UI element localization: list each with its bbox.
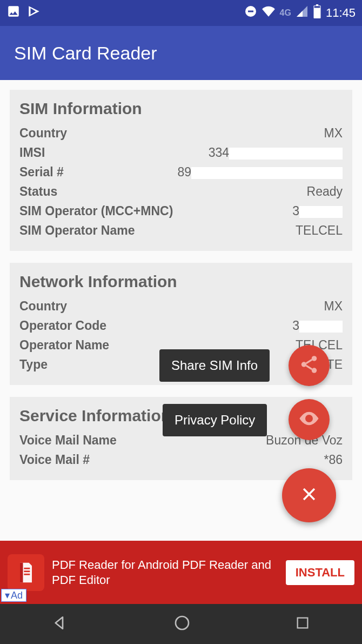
sim-status-label: Status — [19, 182, 57, 201]
net-opcode-label: Operator Code — [19, 316, 106, 335]
home-button[interactable] — [173, 614, 191, 634]
share-tooltip: Share SIM Info — [159, 349, 270, 382]
sim-info-card: SIM Information CountryMX IMSI334 Serial… — [10, 90, 352, 251]
privacy-tooltip: Privacy Policy — [163, 404, 267, 436]
svg-point-5 — [312, 356, 317, 361]
close-icon — [300, 485, 318, 506]
svg-rect-4 — [314, 6, 320, 8]
network-info-heading: Network Information — [19, 273, 343, 291]
chevron-down-icon: ▾ — [5, 589, 10, 601]
privacy-fab[interactable] — [289, 399, 330, 440]
svg-rect-13 — [297, 618, 307, 628]
svg-rect-10 — [24, 570, 30, 572]
net-country-value: MX — [324, 296, 343, 316]
ad-install-button[interactable]: INSTALL — [286, 560, 354, 585]
photos-icon — [6, 4, 21, 22]
net-country-label: Country — [19, 296, 67, 316]
svg-point-8 — [307, 417, 311, 421]
sim-status-value: Ready — [307, 182, 343, 201]
ad-text: PDF Reader for Android PDF Reader and PD… — [52, 557, 278, 588]
sim-mcc-value: 3 — [292, 201, 343, 221]
sim-serial-label: Serial # — [19, 162, 64, 182]
svg-point-12 — [176, 616, 189, 629]
dnd-icon — [244, 5, 257, 21]
ad-tag-label: Ad — [11, 590, 23, 601]
wifi-icon — [262, 4, 276, 22]
sim-opname-value: TELCEL — [296, 221, 343, 240]
svg-rect-11 — [24, 573, 30, 575]
play-store-icon — [27, 4, 41, 22]
share-icon — [299, 354, 319, 377]
ad-tag[interactable]: ▾ Ad — [1, 589, 26, 602]
share-fab[interactable] — [289, 345, 330, 386]
vm-name-label: Voice Mail Name — [19, 430, 117, 450]
vm-num-value: *86 — [324, 450, 343, 469]
back-button[interactable] — [52, 614, 69, 634]
net-type-label: Type — [19, 355, 48, 374]
sim-imsi-value: 334 — [209, 143, 343, 162]
sim-imsi-label: IMSI — [19, 143, 45, 162]
recent-button[interactable] — [295, 615, 310, 633]
4g-label: 4G — [280, 8, 291, 18]
svg-point-7 — [312, 368, 317, 373]
navigation-bar — [0, 604, 362, 644]
battery-icon — [313, 4, 321, 22]
sim-mcc-label: SIM Operator (MCC+MNC) — [19, 201, 173, 221]
svg-rect-3 — [316, 4, 318, 6]
svg-rect-9 — [24, 567, 30, 569]
share-tooltip-label: Share SIM Info — [171, 358, 258, 373]
svg-point-6 — [301, 362, 307, 367]
app-title-bar: SIM Card Reader — [0, 26, 362, 80]
vm-num-label: Voice Mail # — [19, 450, 90, 469]
svg-rect-1 — [248, 11, 253, 12]
close-fab[interactable] — [282, 468, 336, 522]
eye-icon — [298, 407, 320, 432]
sim-info-heading: SIM Information — [19, 99, 343, 118]
ad-banner[interactable]: PDF Reader for Android PDF Reader and PD… — [0, 541, 362, 604]
net-opname-label: Operator Name — [19, 335, 109, 355]
privacy-tooltip-label: Privacy Policy — [175, 413, 255, 427]
status-bar: 4G 11:45 — [0, 0, 362, 26]
app-title: SIM Card Reader — [14, 43, 157, 64]
signal-icon — [296, 5, 309, 21]
sim-country-label: Country — [19, 123, 67, 143]
sim-opname-label: SIM Operator Name — [19, 221, 135, 240]
sim-serial-value: 89 — [177, 162, 343, 182]
ad-app-icon — [8, 554, 44, 591]
net-opcode-value: 3 — [292, 316, 343, 335]
sim-country-value: MX — [324, 123, 343, 143]
clock: 11:45 — [326, 6, 356, 20]
